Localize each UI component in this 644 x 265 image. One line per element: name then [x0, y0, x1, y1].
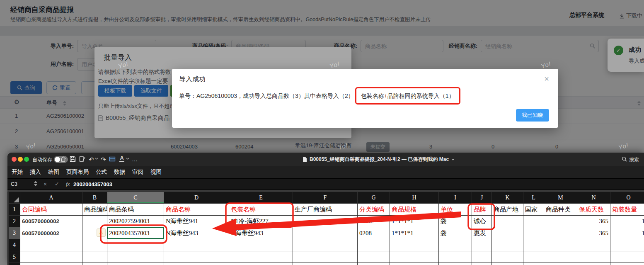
- cell-L1[interactable]: 国家: [523, 204, 544, 216]
- cell-K4[interactable]: [492, 239, 523, 251]
- cell-L3[interactable]: [523, 227, 544, 239]
- col-header-D[interactable]: D: [164, 192, 229, 204]
- cell-B2[interactable]: [82, 216, 107, 227]
- cell-F3[interactable]: [293, 227, 358, 239]
- cell-J2[interactable]: 诚心: [472, 216, 492, 227]
- cell-I2[interactable]: 袋: [439, 216, 472, 227]
- cell-O3[interactable]: 1: [610, 227, 644, 239]
- cell-J6[interactable]: [472, 263, 492, 265]
- cell-D5[interactable]: [164, 251, 229, 263]
- cell-C4[interactable]: [107, 239, 164, 251]
- acknowledge-button[interactable]: 我已知晓: [516, 109, 549, 122]
- cell-O6[interactable]: [610, 263, 644, 265]
- undo-icon[interactable]: ↶: [89, 156, 94, 163]
- cell-F5[interactable]: [293, 251, 358, 263]
- cell-B6[interactable]: [82, 263, 107, 265]
- excel-titlebar[interactable]: 自动保存 ↶ ↷ A … B00055_经销商自采商品提报_204-N-引2 —…: [7, 153, 644, 166]
- row-header-6[interactable]: 6: [9, 263, 20, 265]
- cell-K1[interactable]: 商品产地: [492, 204, 523, 216]
- col-header-B[interactable]: B: [82, 192, 107, 204]
- cell-G2[interactable]: 0208: [358, 216, 390, 227]
- cell-O5[interactable]: [610, 251, 644, 263]
- redo-icon[interactable]: ↷: [101, 156, 106, 163]
- col-header-H[interactable]: H: [390, 192, 439, 204]
- cell-K2[interactable]: [492, 216, 523, 227]
- tab-view[interactable]: 视图: [150, 168, 162, 176]
- tab-home[interactable]: 开始: [12, 168, 23, 176]
- cell-F1[interactable]: 生产厂商编码: [293, 204, 358, 216]
- row-header-1[interactable]: 1: [9, 204, 20, 216]
- col-header-K[interactable]: K: [492, 192, 523, 204]
- cell-A4[interactable]: [20, 239, 82, 251]
- cell-E4[interactable]: [229, 239, 293, 251]
- cell-O2[interactable]: 1: [610, 216, 644, 227]
- cell-E2[interactable]: N1冷-海虾227: [229, 216, 293, 227]
- cell-H6[interactable]: [390, 263, 439, 265]
- save-icon[interactable]: [70, 156, 76, 162]
- chevron-down-icon[interactable]: [95, 158, 98, 160]
- cell-B3[interactable]: ⚠: [82, 227, 107, 239]
- col-header-G[interactable]: G: [358, 192, 390, 204]
- tab-draw[interactable]: 绘图: [48, 168, 59, 176]
- cell-B1[interactable]: 商品编码: [82, 204, 107, 216]
- cell-G6[interactable]: [358, 263, 390, 265]
- document-title[interactable]: B00055_经销商自采商品提报_204-N-引2 — 已保存到我的 Mac: [303, 156, 455, 163]
- cell-A5[interactable]: [20, 251, 82, 263]
- cell-I1[interactable]: 单位: [439, 204, 472, 216]
- cell-D4[interactable]: [164, 239, 229, 251]
- col-header-E[interactable]: E: [229, 192, 293, 204]
- fx-icon[interactable]: fx: [66, 181, 70, 187]
- cell-J3[interactable]: 惠发: [472, 227, 492, 239]
- cell-H4[interactable]: [390, 239, 439, 251]
- cell-I4[interactable]: [439, 239, 472, 251]
- cell-J1[interactable]: 品牌: [472, 204, 492, 216]
- row-header-2[interactable]: 2: [9, 216, 20, 227]
- select-all-corner[interactable]: [9, 192, 20, 204]
- cell-E3[interactable]: N海带丝943: [229, 227, 293, 239]
- cell-M3[interactable]: [544, 227, 577, 239]
- cell-H2[interactable]: 1*1*1*1: [390, 216, 439, 227]
- cell-L2[interactable]: [523, 216, 544, 227]
- cell-C5[interactable]: [107, 251, 164, 263]
- col-header-O[interactable]: O: [610, 192, 644, 204]
- row-header-3[interactable]: 3: [9, 227, 20, 239]
- cell-N4[interactable]: [577, 239, 610, 251]
- cell-M6[interactable]: [544, 263, 577, 265]
- col-header-M[interactable]: M: [544, 192, 577, 204]
- col-header-I[interactable]: I: [439, 192, 472, 204]
- zoom-window-button[interactable]: [24, 157, 29, 162]
- cell-I5[interactable]: [439, 251, 472, 263]
- cell-J4[interactable]: [472, 239, 492, 251]
- cell-C6[interactable]: [107, 263, 164, 265]
- col-header-F[interactable]: F: [293, 192, 358, 204]
- cancel-icon[interactable]: ×: [44, 181, 47, 187]
- save-as-icon[interactable]: [79, 156, 85, 162]
- cell-D3[interactable]: N海带丝943: [164, 227, 229, 239]
- col-header-C[interactable]: C: [107, 192, 164, 204]
- row-header-4[interactable]: 4: [9, 239, 20, 251]
- name-box[interactable]: C3: [11, 181, 17, 187]
- font-color-icon[interactable]: A: [119, 155, 124, 162]
- tab-page-layout[interactable]: 页面布局: [66, 168, 89, 176]
- cell-F6[interactable]: [293, 263, 358, 265]
- cell-D6[interactable]: [164, 263, 229, 265]
- row-header-5[interactable]: 5: [9, 251, 20, 263]
- more-icon[interactable]: …: [132, 156, 138, 163]
- cell-C3-selected[interactable]: 2002004357003: [107, 227, 164, 239]
- warning-icon[interactable]: ⚠: [97, 229, 106, 237]
- cell-L4[interactable]: [523, 239, 544, 251]
- tab-formulas[interactable]: 公式: [96, 168, 107, 176]
- cell-K3[interactable]: [492, 227, 523, 239]
- cell-C1[interactable]: 商品条码: [107, 204, 164, 216]
- cell-M1[interactable]: 商品种类: [544, 204, 577, 216]
- cell-O4[interactable]: [610, 239, 644, 251]
- cell-K6[interactable]: [492, 263, 523, 265]
- cell-H5[interactable]: [390, 251, 439, 263]
- cell-D2[interactable]: N海带丝941: [164, 216, 229, 227]
- tab-data[interactable]: 数据: [114, 168, 125, 176]
- col-header-J[interactable]: J: [472, 192, 492, 204]
- cell-M4[interactable]: [544, 239, 577, 251]
- cell-G3[interactable]: 0208: [358, 227, 390, 239]
- cell-B5[interactable]: [82, 251, 107, 263]
- col-header-N[interactable]: N: [577, 192, 610, 204]
